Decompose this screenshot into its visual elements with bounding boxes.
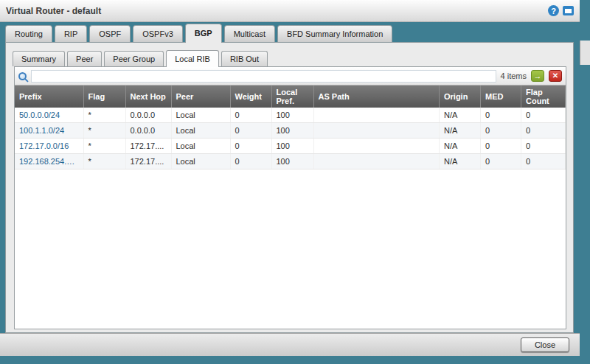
cell-as-path [313,139,440,154]
subtab-peer[interactable]: Peer [67,51,102,66]
cell-peer: Local [171,154,230,169]
table-row[interactable]: 100.1.1.0/24 * 0.0.0.0 Local 0 100 N/A 0… [15,123,566,139]
cell-origin: N/A [440,108,481,123]
clear-filter-button[interactable]: ✕ [549,70,562,82]
tab-bgp[interactable]: BGP [185,24,222,43]
cell-peer: Local [171,123,230,139]
cell-next-hop: 0.0.0.0 [125,108,171,123]
dialog-titlebar: Virtual Router - default ? [0,0,580,22]
cell-weight: 0 [230,123,271,139]
filter-input[interactable] [31,70,496,83]
col-header-weight[interactable]: Weight [230,85,271,108]
cell-next-hop: 172.17.... [125,154,171,169]
cell-flap-count: 0 [521,123,566,139]
subtab-summary[interactable]: Summary [13,51,65,66]
window-resize-icon[interactable] [563,6,574,15]
cell-flag: * [83,154,125,169]
cell-local-pref: 100 [271,139,313,154]
background-page-fragment [580,41,590,65]
cell-local-pref: 100 [271,108,313,123]
cell-peer: Local [171,108,230,123]
subtab-rib-out[interactable]: RIB Out [221,51,268,66]
col-header-as-path[interactable]: AS Path [313,85,440,108]
col-header-origin[interactable]: Origin [440,85,481,108]
cell-prefix[interactable]: 100.1.1.0/24 [15,123,83,139]
cell-flap-count: 0 [521,108,566,123]
table-header-row: Prefix Flag Next Hop Peer Weight Local P… [15,85,566,108]
cell-med: 0 [481,123,521,139]
tab-ospf[interactable]: OSPF [89,25,131,42]
col-header-next-hop[interactable]: Next Hop [125,85,171,108]
tab-routing[interactable]: Routing [5,25,52,42]
cell-origin: N/A [440,154,481,169]
cell-origin: N/A [440,139,481,154]
tab-multicast[interactable]: Multicast [224,25,275,42]
cell-flag: * [83,139,125,154]
virtual-router-dialog: Virtual Router - default ? Routing RIP O… [0,0,580,356]
bgp-panel: Summary Peer Peer Group Local RIB RIB Ou… [5,42,574,333]
routes-table-wrap: Prefix Flag Next Hop Peer Weight Local P… [15,85,566,329]
cell-flag: * [83,108,125,123]
subtab-local-rib[interactable]: Local RIB [166,50,219,67]
cell-prefix[interactable]: 192.168.254.0/24 [15,154,83,169]
tab-bfd-summary-information[interactable]: BFD Summary Information [277,25,392,42]
dialog-title: Virtual Router - default [6,6,548,16]
cell-prefix[interactable]: 50.0.0.0/24 [15,108,83,123]
apply-filter-button[interactable]: → [531,70,544,82]
cell-as-path [313,154,440,169]
cell-weight: 0 [230,154,271,169]
cell-flap-count: 0 [521,139,566,154]
cell-local-pref: 100 [271,123,313,139]
page-background: Virtual Router - default ? Routing RIP O… [0,0,590,364]
dialog-footer: Close [0,333,580,356]
titlebar-icons: ? [548,5,574,16]
cell-flap-count: 0 [521,154,566,169]
cell-weight: 0 [230,108,271,123]
col-header-local-pref[interactable]: Local Pref. [271,85,313,108]
routes-table: Prefix Flag Next Hop Peer Weight Local P… [15,85,566,169]
cell-med: 0 [481,154,521,169]
cell-med: 0 [481,139,521,154]
local-rib-content: 4 items → ✕ Prefix [14,66,566,329]
col-header-prefix[interactable]: Prefix [15,85,83,108]
close-button[interactable]: Close [521,337,569,352]
col-header-peer[interactable]: Peer [171,85,230,108]
table-row[interactable]: 192.168.254.0/24 * 172.17.... Local 0 10… [15,154,566,169]
table-row[interactable]: 50.0.0.0/24 * 0.0.0.0 Local 0 100 N/A 0 … [15,108,566,123]
cell-flag: * [83,123,125,139]
cell-origin: N/A [440,123,481,139]
tab-ospfv3[interactable]: OSPFv3 [133,25,183,42]
bgp-subtabstrip: Summary Peer Peer Group Local RIB RIB Ou… [13,49,268,66]
cell-local-pref: 100 [271,154,313,169]
cell-med: 0 [481,108,521,123]
cell-next-hop: 172.17.... [125,139,171,154]
col-header-med[interactable]: MED [481,85,521,108]
help-icon[interactable]: ? [548,5,559,16]
search-icon [18,72,27,80]
cell-as-path [313,108,440,123]
table-row[interactable]: 172.17.0.0/16 * 172.17.... Local 0 100 N… [15,139,566,154]
cell-prefix[interactable]: 172.17.0.0/16 [15,139,83,154]
cell-peer: Local [171,139,230,154]
col-header-flap-count[interactable]: Flap Count [521,85,566,108]
cell-next-hop: 0.0.0.0 [125,123,171,139]
cell-weight: 0 [230,139,271,154]
items-count: 4 items [501,71,527,80]
main-tabstrip: Routing RIP OSPF OSPFv3 BGP Multicast BF… [0,22,392,42]
col-header-flag[interactable]: Flag [83,85,125,108]
filter-bar: 4 items → ✕ [15,67,566,85]
tab-rip[interactable]: RIP [55,25,87,42]
subtab-peer-group[interactable]: Peer Group [104,51,164,66]
cell-as-path [313,123,440,139]
